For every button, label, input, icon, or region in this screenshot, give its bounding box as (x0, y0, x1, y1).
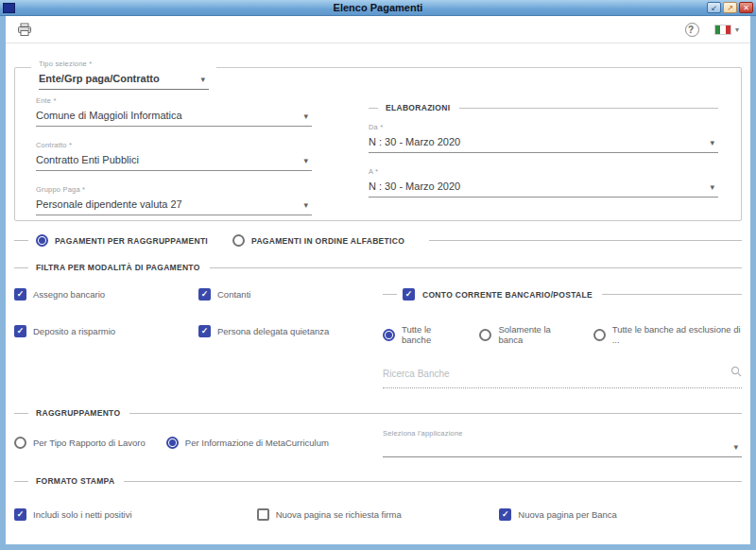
gruppo-paga-label: Gruppo Paga * (36, 185, 312, 194)
raggruppamento-section-header: RAGGRUPPAMENTO (14, 408, 742, 418)
italian-flag-icon (714, 25, 731, 35)
checkbox-persona-delegata[interactable]: ✓ Persona delegata quietanza (198, 325, 383, 337)
seleziona-applicazione-label: Seleziona l'applicazione (383, 429, 463, 438)
print-button[interactable] (15, 21, 34, 39)
selection-fieldset: Tipo selezione * Ente/Grp paga/Contratto… (14, 67, 742, 221)
help-button[interactable]: ? (685, 23, 699, 37)
chevron-down-icon: ▾ (710, 182, 714, 192)
ente-field: Ente * Comune di Maggioli Informatica ▾ (36, 96, 312, 127)
chevron-down-icon: ▾ (303, 156, 308, 165)
radio-pagamenti-per-raggruppamenti[interactable]: PAGAMENTI PER RAGGRUPPAMENTI (36, 234, 208, 247)
toolbar: ? ▾ (6, 16, 750, 43)
radio-icon (479, 329, 491, 341)
radio-banche-esclusione[interactable]: Tutte le banche ad esclusione di ... (593, 324, 742, 345)
elaborazione-a-select[interactable]: N : 30 - Marzo 2020 ▾ (369, 178, 718, 198)
checkbox-nuova-pagina-banca[interactable]: ✓ Nuova pagina per Banca (499, 508, 742, 521)
close-button[interactable]: ✕ (739, 2, 753, 13)
ricerca-banche-field (383, 364, 742, 388)
filtra-section-header: FILTRA PER MODALITÀ DI PAGAMENTO (14, 263, 742, 272)
checkbox-deposito-risparmio[interactable]: ✓ Deposito a risparmio (14, 325, 198, 337)
contratto-label: Contratto * (36, 141, 312, 149)
elaborazioni-header: ELABORAZIONI (369, 103, 718, 112)
checkbox-icon: ✓ (14, 325, 26, 337)
radio-icon (593, 329, 606, 341)
checkbox-icon: ✓ (257, 508, 269, 521)
checkbox-contanti[interactable]: ✓ Contanti (198, 288, 383, 301)
contratto-select[interactable]: Contratto Enti Pubblici ▾ (36, 151, 312, 171)
seleziona-applicazione-select[interactable]: ▾ (383, 439, 742, 457)
radio-icon (166, 437, 179, 449)
chevron-down-icon: ▾ (200, 75, 205, 84)
titlebar: Elenco Pagamenti ↙ ↗ ✕ (0, 0, 756, 16)
checkbox-includi-netti-positivi[interactable]: ✓ Includi solo i netti positivi (14, 508, 257, 521)
checkbox-assegno-bancario[interactable]: ✓ Assegno bancario (14, 288, 198, 301)
window-title: Elenco Pagamenti (0, 0, 756, 16)
tipo-selezione-field: Tipo selezione * Ente/Grp paga/Contratto… (31, 53, 216, 90)
ordering-section: PAGAMENTI PER RAGGRUPPAMENTI PAGAMENTI I… (14, 234, 742, 247)
checkbox-nuova-pagina-firma[interactable]: ✓ Nuova pagina se richiesta firma (257, 508, 500, 521)
chevron-down-icon: ▾ (735, 26, 739, 34)
radio-icon (36, 234, 48, 247)
maximize-button[interactable]: ↗ (723, 2, 737, 13)
language-selector[interactable]: ▾ (713, 23, 741, 37)
tipo-selezione-label: Tipo selezione * (39, 60, 92, 68)
tipo-selezione-select[interactable]: Ente/Grp paga/Contratto ▾ (39, 70, 209, 90)
search-icon (730, 364, 742, 381)
radio-icon (383, 329, 395, 341)
printer-icon (17, 23, 32, 37)
checkbox-icon: ✓ (14, 288, 26, 301)
a-label: A * (369, 167, 718, 176)
form-area: Tipo selezione * Ente/Grp paga/Contratto… (6, 43, 750, 544)
dialog-content: ? ▾ Tipo selezione * Ente/Grp paga/Contr… (6, 16, 750, 544)
radio-pagamenti-ordine-alfabetico[interactable]: PAGAMENTI IN ORDINE ALFABETICO (232, 234, 404, 247)
search-input[interactable] (383, 369, 724, 379)
radio-tutte-le-banche[interactable]: Tutte le banche (383, 324, 458, 345)
ente-select[interactable]: Comune di Maggioli Informatica ▾ (36, 107, 312, 127)
seleziona-applicazione-field: Seleziona l'applicazione ▾ (383, 422, 742, 457)
checkbox-conto-corrente[interactable]: ✓ (403, 288, 415, 301)
gruppo-paga-select[interactable]: Personale dipendente valuta 27 ▾ (36, 196, 312, 215)
elaborazione-da-field: Da * N : 30 - Marzo 2020 ▾ (369, 123, 718, 153)
radio-icon (14, 437, 26, 449)
ente-label: Ente * (36, 96, 312, 105)
checkbox-icon: ✓ (499, 508, 511, 521)
dialog-window: Elenco Pagamenti ↙ ↗ ✕ ? ▾ (0, 0, 756, 550)
radio-per-informazione-metacurriculum[interactable]: Per Informazione di MetaCurriculum (166, 437, 329, 449)
elaborazione-a-field: A * N : 30 - Marzo 2020 ▾ (369, 167, 718, 198)
checkbox-icon: ✓ (14, 508, 26, 521)
gruppo-paga-field: Gruppo Paga * Personale dipendente valut… (36, 185, 312, 215)
conto-corrente-section: ✓ CONTO CORRENTE BANCARIO/POSTALE Tutte … (383, 288, 742, 388)
minimize-button[interactable]: ↙ (707, 2, 721, 13)
chevron-down-icon: ▾ (303, 200, 308, 210)
elaborazione-da-select[interactable]: N : 30 - Marzo 2020 ▾ (369, 133, 718, 153)
radio-solamente-la-banca[interactable]: Solamente la banca (479, 324, 572, 345)
formato-stampa-section-header: FORMATO STAMPA (14, 476, 742, 486)
chevron-down-icon: ▾ (710, 138, 714, 147)
chevron-down-icon: ▾ (733, 442, 738, 452)
radio-icon (232, 234, 245, 247)
contratto-field: Contratto * Contratto Enti Pubblici ▾ (36, 141, 312, 171)
tipo-selezione-value: Ente/Grp paga/Contratto (39, 73, 160, 84)
da-label: Da * (369, 123, 718, 131)
checkbox-icon: ✓ (198, 325, 211, 337)
checkbox-icon: ✓ (198, 288, 211, 301)
chevron-down-icon: ▾ (303, 112, 308, 121)
radio-per-tipo-rapporto[interactable]: Per Tipo Rapporto di Lavoro (14, 437, 146, 449)
